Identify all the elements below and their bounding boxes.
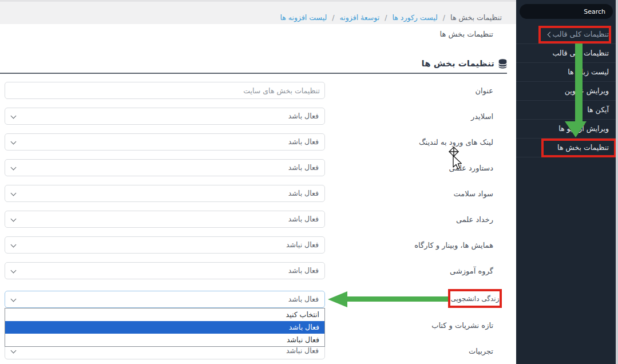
field-label-new-publications: تازه نشریات و کتاب	[431, 321, 493, 330]
sidebar-item-label: آیکن ها	[587, 105, 609, 114]
dropdown-option-active[interactable]: فعال باشد	[5, 321, 324, 334]
section-header: تنظیمات بخش ها	[422, 58, 507, 69]
chevron-down-icon	[11, 216, 17, 222]
select-dropdown-list: انتخاب کنید فعال باشد فعال نباشد	[5, 308, 325, 347]
breadcrumb-separator: /	[385, 13, 387, 22]
select-landing-links[interactable]: فعال باشد	[5, 133, 325, 151]
field-label-health-literacy: سواد سلامت	[453, 189, 493, 198]
chevron-down-icon	[11, 139, 17, 145]
sidebar: Search تنظیمات کلی قالب تنظیمات کلی قالب…	[516, 0, 618, 364]
section-divider	[0, 73, 507, 74]
breadcrumb-link-plugins-list[interactable]: لیست افزونه ها	[280, 13, 327, 22]
select-education-group[interactable]: فعال باشد	[5, 262, 325, 279]
title-input[interactable]	[5, 82, 325, 99]
select-value: فعال باشد	[288, 263, 319, 279]
select-value: فعال باشد	[288, 211, 319, 227]
select-student-life[interactable]: فعال باشد	[5, 291, 325, 308]
select-health-literacy[interactable]: فعال باشد	[5, 185, 325, 202]
database-icon	[498, 59, 507, 69]
select-value: فعال باشد	[288, 185, 319, 201]
breadcrumb-current: تنظیمات بخش ها	[450, 13, 502, 22]
admin-panel-page: لیست افزونه ها / توسعهٔ افزونه / لیست رک…	[0, 0, 618, 364]
field-label-conferences: همایش ها، وبینار و کارگاه	[414, 241, 493, 250]
sidebar-item-label: ویرایش عناوین	[565, 86, 609, 95]
mouse-move-cursor	[445, 144, 467, 173]
search-input[interactable]: Search	[520, 4, 613, 19]
chevron-down-icon	[11, 242, 17, 248]
chevron-down-icon	[11, 348, 17, 354]
sidebar-item-icons[interactable]: آیکن ها	[516, 101, 618, 120]
dropdown-option-inactive[interactable]: فعال نباشد	[5, 334, 324, 346]
chevron-down-icon	[11, 191, 17, 196]
annotation-green-arrow-horizontal-tail	[347, 296, 448, 302]
breadcrumb-link-plugin-dev[interactable]: توسعهٔ افزونه	[340, 13, 380, 22]
page-title: تنظیمات بخش ها	[439, 30, 493, 38]
sidebar-item-label: لیست زبان ها	[568, 68, 609, 76]
breadcrumb-separator: /	[443, 13, 445, 22]
select-slider[interactable]: فعال باشد	[5, 108, 325, 125]
sidebar-menu: تنظیمات کلی قالب تنظیمات کلی قالب لیست ز…	[516, 25, 618, 157]
annotation-red-box-student-life-label: زندگی دانشجویی	[448, 289, 502, 308]
dropdown-option-choose[interactable]: انتخاب کنید	[5, 308, 324, 321]
select-value: فعال باشد	[288, 108, 319, 124]
chevron-down-icon	[11, 296, 17, 302]
select-value: فعال باشد	[288, 160, 319, 176]
select-scientific-event[interactable]: فعال باشد	[5, 211, 325, 228]
annotation-red-box-sidebar-sections-item	[541, 139, 616, 157]
field-label-slider: اسلایدر	[471, 112, 493, 121]
breadcrumb-separator: /	[332, 13, 334, 22]
chevron-down-icon	[11, 113, 17, 119]
window-scrollbar-strip[interactable]	[616, 0, 618, 364]
annotation-green-arrow-horizontal-head	[328, 291, 347, 307]
field-label-title: عنوان	[475, 86, 493, 95]
section-title: تنظیمات بخش ها	[422, 58, 494, 69]
field-label-scientific-event: رخداد علمی	[456, 215, 493, 224]
chevron-down-icon	[11, 165, 17, 171]
search-label: Search	[584, 8, 605, 15]
field-label-education-group: گروه آموزشی	[450, 267, 493, 275]
main-content: لیست افزونه ها / توسعهٔ افزونه / لیست رک…	[0, 0, 516, 364]
annotation-green-arrow-vertical-head	[565, 121, 587, 137]
breadcrumb-link-records-list[interactable]: لیست رکورد ها	[392, 13, 437, 22]
annotation-red-box-sidebar-parent-item	[538, 26, 611, 43]
sidebar-item-edit-titles[interactable]: ویرایش عناوین	[516, 82, 618, 101]
sidebar-item-theme-general-settings[interactable]: تنظیمات کلی قالب	[516, 44, 618, 63]
breadcrumb: لیست افزونه ها / توسعهٔ افزونه / لیست رک…	[280, 13, 502, 22]
select-value: فعال باشد	[288, 134, 319, 150]
top-edge-line	[0, 0, 516, 2]
field-label-student-life: زندگی دانشجویی	[451, 295, 500, 303]
sidebar-item-languages-list[interactable]: لیست زبان ها	[516, 63, 618, 82]
select-value: فعال نباشد	[286, 237, 319, 253]
select-value: فعال باشد	[288, 291, 319, 307]
select-conferences[interactable]: فعال نباشد	[5, 236, 325, 254]
chevron-down-icon	[11, 268, 17, 274]
select-scientific-achievement[interactable]: فعال باشد	[5, 159, 325, 176]
annotation-green-arrow-vertical-tail	[575, 43, 583, 121]
field-label-experiences: تجربیات	[469, 347, 493, 355]
